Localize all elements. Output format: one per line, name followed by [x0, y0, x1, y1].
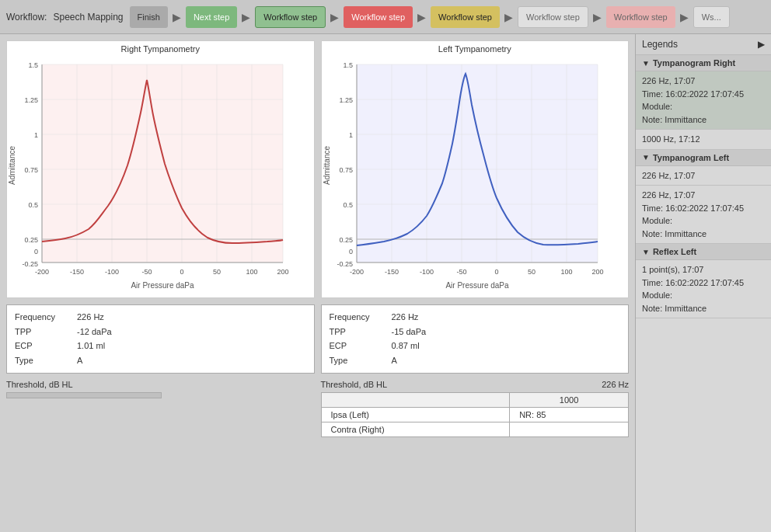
workflow-arrow-3: ▶	[330, 11, 339, 23]
svg-text:-0.25: -0.25	[337, 260, 353, 268]
right-info-frequency: Frequency 226 Hz	[15, 310, 306, 325]
legends-title: Legends	[642, 39, 678, 50]
left-ecp-value: 0.87 ml	[392, 339, 420, 353]
right-threshold-title: Threshold, dB HL	[6, 380, 315, 389]
legend-entry-tymp-right-1[interactable]: 226 Hz, 17:07Time: 16:02:2022 17:07:45Mo…	[636, 71, 771, 130]
right-ecp-label: ECP	[15, 339, 61, 353]
left-threshold-table: 1000 Ipsa (Left) NR: 85 Contra (Right)	[321, 392, 630, 437]
info-tables-row: Frequency 226 Hz TPP -12 daPa ECP 1.01 m…	[6, 304, 629, 374]
svg-text:-100: -100	[105, 268, 119, 276]
legend-entry-tymp-right-2[interactable]: 1000 Hz, 17:12	[636, 130, 771, 150]
svg-text:200: 200	[277, 268, 288, 276]
workflow-tab-step3[interactable]: Workflow step	[431, 6, 500, 28]
workflow-tab-step1[interactable]: Workflow step	[255, 6, 326, 28]
left-tpp-value: -15 daPa	[392, 325, 427, 339]
legend-section-reflex-left[interactable]: ▼Reflex Left	[636, 244, 771, 260]
left-info-table: Frequency 226 Hz TPP -15 daPa ECP 0.87 m…	[321, 304, 630, 374]
left-type-value: A	[392, 353, 397, 368]
right-info-ecp: ECP 1.01 ml	[15, 339, 306, 353]
threshold-col-header: 1000	[510, 392, 629, 407]
threshold-col-empty	[321, 392, 510, 407]
svg-text:50: 50	[527, 268, 535, 276]
left-chart-svg: 1.5 1.25 1 0.75 0.5 0.25 0 -0.25 -200 -1…	[322, 57, 617, 297]
workflow-tab-step4[interactable]: Workflow step	[518, 6, 588, 28]
svg-text:1.5: 1.5	[343, 61, 353, 69]
svg-text:0: 0	[348, 248, 352, 256]
svg-text:0: 0	[494, 268, 498, 276]
right-tpp-value: -12 daPa	[77, 325, 112, 339]
left-freq-label: Frequency	[330, 310, 376, 325]
threshold-row-ipsa: Ipsa (Left) NR: 85	[321, 407, 629, 422]
svg-text:-150: -150	[70, 268, 84, 276]
left-ecp-label: ECP	[330, 339, 376, 353]
left-threshold-freq: 226 Hz	[602, 380, 629, 389]
left-threshold-title: Threshold, dB HL	[321, 380, 388, 389]
right-info-type: Type A	[15, 353, 306, 368]
svg-text:0.5: 0.5	[28, 201, 38, 209]
right-freq-value: 226 Hz	[77, 310, 104, 325]
legends-arrow-icon[interactable]: ▶	[758, 39, 765, 50]
workflow-label: Workflow:	[6, 12, 47, 23]
workflow-arrow-2: ▶	[242, 11, 250, 23]
workflow-tab-next-step[interactable]: Next step	[186, 6, 237, 28]
right-info-tpp: TPP -12 daPa	[15, 325, 306, 339]
svg-text:-100: -100	[419, 268, 433, 276]
svg-text:Admittance: Admittance	[8, 146, 16, 185]
workflow-arrow-5: ▶	[504, 11, 513, 23]
left-type-label: Type	[330, 353, 376, 368]
contra-label: Contra (Right)	[321, 422, 510, 436]
svg-text:0.75: 0.75	[24, 166, 38, 174]
left-info-ecp: ECP 0.87 ml	[330, 339, 621, 353]
svg-text:0.5: 0.5	[343, 201, 353, 209]
svg-rect-37	[357, 64, 598, 263]
workflow-tab-step5[interactable]: Workflow step	[606, 6, 675, 28]
right-freq-label: Frequency	[15, 310, 61, 325]
right-threshold-section: Threshold, dB HL	[6, 380, 315, 437]
workflow-tab-step6[interactable]: Ws...	[693, 6, 730, 28]
right-ecp-value: 1.01 ml	[77, 339, 105, 353]
legend-triangle-icon: ▼	[642, 59, 650, 68]
svg-text:1: 1	[348, 131, 352, 139]
legend-entry-tymp-left-1[interactable]: 226 Hz, 17:07	[636, 166, 771, 186]
left-info-frequency: Frequency 226 Hz	[330, 310, 621, 325]
legend-triangle-icon: ▼	[642, 153, 650, 162]
svg-text:100: 100	[560, 268, 572, 276]
legend-section-tympanogram-left[interactable]: ▼Tympanogram Left	[636, 150, 771, 166]
left-freq-value: 226 Hz	[392, 310, 419, 325]
svg-text:Admittance: Admittance	[323, 146, 331, 185]
workflow-bar: Workflow: Speech Mapping Finish▶Next ste…	[0, 0, 771, 34]
svg-text:1.5: 1.5	[28, 61, 38, 69]
legends-panel: Legends ▶ ▼Tympanogram Right226 Hz, 17:0…	[635, 34, 771, 532]
workflow-arrow-4: ▶	[417, 11, 426, 23]
workflow-tab-finish[interactable]: Finish	[130, 6, 168, 28]
ipsa-value: NR: 85	[510, 407, 629, 422]
svg-text:-200: -200	[35, 268, 49, 276]
threshold-row-contra: Contra (Right)	[321, 422, 629, 436]
svg-text:100: 100	[246, 268, 257, 276]
ipsa-label: Ipsa (Left)	[321, 407, 510, 422]
threshold-row: Threshold, dB HL Threshold, dB HL 226 Hz…	[6, 380, 629, 437]
right-chart-svg: 1.5 1.25 1 0.75 0.5 0.25 0 -0.25 -200 -1…	[7, 57, 302, 297]
charts-area: Right Tympanometry	[0, 34, 635, 532]
legend-section-tympanogram-right[interactable]: ▼Tympanogram Right	[636, 55, 771, 71]
workflow-arrow-1: ▶	[173, 11, 181, 23]
svg-text:0.25: 0.25	[24, 236, 38, 244]
svg-text:0.25: 0.25	[339, 236, 353, 244]
svg-text:-50: -50	[141, 268, 152, 276]
svg-text:1.25: 1.25	[24, 96, 38, 104]
legend-entry-reflex-left-1[interactable]: 1 point(s), 17:07Time: 16:02:2022 17:07:…	[636, 260, 771, 318]
right-chart-title: Right Tympanometry	[7, 41, 314, 57]
main-content: Right Tympanometry	[0, 34, 771, 532]
right-threshold-bar[interactable]	[6, 392, 162, 398]
legend-entry-tymp-left-2[interactable]: 226 Hz, 17:07Time: 16:02:2022 17:07:45Mo…	[636, 186, 771, 244]
left-info-tpp: TPP -15 daPa	[330, 325, 621, 339]
contra-value	[510, 422, 629, 436]
svg-text:0: 0	[34, 248, 38, 256]
svg-text:-150: -150	[384, 268, 398, 276]
right-type-value: A	[77, 353, 82, 368]
svg-text:1.25: 1.25	[339, 96, 353, 104]
svg-text:200: 200	[591, 268, 603, 276]
svg-rect-0	[42, 64, 283, 263]
left-chart-title: Left Tympanometry	[322, 41, 629, 57]
workflow-tab-step2[interactable]: Workflow step	[344, 6, 413, 28]
